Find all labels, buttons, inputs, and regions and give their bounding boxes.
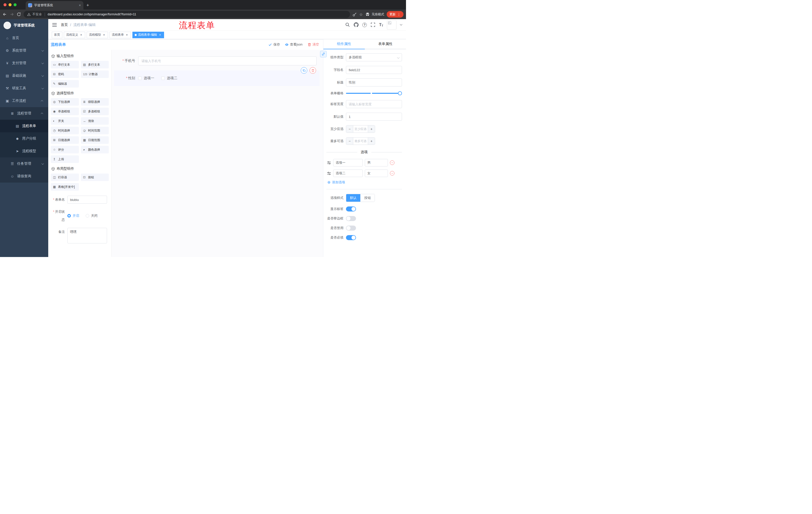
palette-item[interactable]: ✎编辑器 bbox=[51, 80, 79, 87]
add-option-button[interactable]: ⊕ 添加选项 bbox=[327, 180, 402, 185]
window-zoom-button[interactable] bbox=[13, 3, 17, 6]
tab-component-props[interactable]: 组件属性 bbox=[323, 39, 365, 49]
close-icon[interactable] bbox=[125, 33, 128, 37]
sidebar-item-leave-query[interactable]: ☺请假查询 bbox=[0, 170, 48, 183]
delete-field-button[interactable] bbox=[310, 67, 316, 74]
save-button[interactable]: 保存 bbox=[268, 42, 280, 47]
palette-item[interactable]: ◐开关 bbox=[51, 117, 79, 125]
decrease-button[interactable] bbox=[346, 126, 353, 133]
gender-option-2[interactable]: 选项二 bbox=[161, 76, 177, 80]
sidebar-item-payment-management[interactable]: ¥支付管理 bbox=[0, 57, 48, 70]
sidebar-item-dev-tools[interactable]: ⚒研发工具 bbox=[0, 82, 48, 94]
palette-item[interactable]: ⊡按钮 bbox=[81, 173, 109, 181]
view-json-button[interactable]: 查看json bbox=[285, 42, 302, 47]
user-avatar[interactable] bbox=[387, 20, 397, 30]
security-label[interactable]: 不安全 bbox=[32, 12, 42, 17]
form-grid-slider[interactable] bbox=[346, 93, 400, 94]
github-icon[interactable] bbox=[354, 22, 358, 27]
font-size-icon[interactable] bbox=[379, 23, 383, 27]
drag-handle-icon[interactable] bbox=[327, 171, 331, 175]
sidebar-item-process-form[interactable]: ▤流程表单 bbox=[0, 120, 48, 132]
bookmark-star-icon[interactable] bbox=[359, 12, 363, 17]
page-url[interactable]: dashboard.yudao.iocoder.cn/bpm/manager/f… bbox=[48, 12, 136, 16]
tab-process-definition[interactable]: 流程定义 bbox=[64, 32, 85, 38]
palette-item[interactable]: ◫行容器 bbox=[51, 173, 79, 181]
option-label-input[interactable] bbox=[333, 169, 363, 177]
close-icon[interactable] bbox=[158, 33, 162, 37]
sidebar-item-process-model[interactable]: ➤流程模型 bbox=[0, 145, 48, 157]
increase-button[interactable] bbox=[368, 126, 375, 133]
sidebar-item-user-group[interactable]: ☻用户分组 bbox=[0, 132, 48, 145]
min-select-input[interactable] bbox=[353, 126, 368, 133]
disabled-switch[interactable] bbox=[346, 225, 356, 231]
palette-item[interactable]: ▩表格[开发中] bbox=[51, 183, 79, 191]
palette-item[interactable]: ▭单行文本 bbox=[51, 61, 79, 69]
max-select-input[interactable] bbox=[353, 138, 368, 144]
new-tab-button[interactable]: + bbox=[86, 3, 89, 8]
close-icon[interactable] bbox=[79, 33, 83, 37]
palette-item[interactable]: ☆评分 bbox=[51, 146, 79, 154]
border-switch[interactable] bbox=[346, 216, 356, 221]
style-button-button[interactable]: 按钮 bbox=[360, 194, 375, 202]
palette-item[interactable]: ☑多选框组 bbox=[81, 108, 109, 115]
palette-item[interactable]: ↥上传 bbox=[51, 155, 79, 163]
password-key-icon[interactable] bbox=[352, 12, 357, 17]
status-off-radio[interactable]: 关闭 bbox=[86, 214, 97, 218]
palette-item[interactable]: ≣级联选择 bbox=[81, 98, 109, 106]
hamburger-menu-icon[interactable] bbox=[52, 23, 57, 27]
search-icon[interactable] bbox=[345, 22, 350, 27]
option-value-input[interactable] bbox=[365, 159, 388, 166]
title-input[interactable] bbox=[346, 78, 402, 86]
palette-item[interactable]: ◎下拉选择 bbox=[51, 98, 79, 106]
decrease-button[interactable] bbox=[346, 138, 353, 144]
form-canvas[interactable]: 手机号 性别 bbox=[112, 50, 323, 257]
palette-item[interactable]: ↔滑块 bbox=[81, 117, 109, 125]
forward-icon[interactable] bbox=[9, 12, 14, 17]
drag-handle-icon[interactable] bbox=[327, 161, 331, 165]
show-label-switch[interactable] bbox=[346, 207, 356, 212]
palette-item[interactable]: ⊞日期选择 bbox=[51, 136, 79, 144]
form-name-input[interactable] bbox=[67, 196, 107, 204]
component-type-select[interactable]: 多选框组 bbox=[346, 53, 402, 61]
palette-item[interactable]: ⊟密码 bbox=[51, 71, 79, 78]
tab-process-form-edit[interactable]: 流程表单-编辑 bbox=[133, 32, 164, 38]
sidebar-item-home[interactable]: ⌂首页 bbox=[0, 32, 48, 44]
browser-update-button[interactable]: 更新 bbox=[387, 11, 404, 18]
avatar-caret-icon[interactable] bbox=[400, 23, 403, 26]
canvas-field-gender[interactable]: 性别 选项一 选项二 bbox=[114, 71, 320, 86]
sidebar-item-process-management[interactable]: ≣流程管理 bbox=[0, 107, 48, 120]
sidebar-item-task-management[interactable]: ☰任务管理 bbox=[0, 157, 48, 170]
sidebar-item-workflow[interactable]: ▣工作流程 bbox=[0, 94, 48, 107]
browser-tab[interactable]: 芋道管理系统 bbox=[26, 1, 83, 9]
option-value-input[interactable] bbox=[365, 169, 388, 177]
label-width-input[interactable] bbox=[346, 100, 402, 108]
palette-item[interactable]: ◉单选框组 bbox=[51, 108, 79, 115]
field-name-input[interactable] bbox=[346, 66, 402, 74]
tab-home[interactable]: 首页 bbox=[52, 32, 62, 38]
palette-item[interactable]: ▦日期范围 bbox=[81, 136, 109, 144]
tab-process-model[interactable]: 流程模型 bbox=[87, 32, 108, 38]
palette-item[interactable]: ◷时间选择 bbox=[51, 127, 79, 134]
palette-item[interactable]: ◕颜色选择 bbox=[81, 146, 109, 154]
help-icon[interactable] bbox=[362, 23, 367, 27]
palette-item[interactable]: ◶时间范围 bbox=[81, 127, 109, 134]
checkbox-icon[interactable] bbox=[138, 77, 142, 80]
close-icon[interactable] bbox=[102, 33, 106, 37]
tab-close-icon[interactable] bbox=[79, 3, 81, 7]
slider-handle[interactable] bbox=[398, 91, 402, 95]
gender-option-1[interactable]: 选项一 bbox=[138, 76, 154, 80]
tab-form-props[interactable]: 表单属性 bbox=[365, 39, 406, 49]
browser-menu-icon[interactable] bbox=[397, 12, 401, 16]
checkbox-icon[interactable] bbox=[161, 77, 165, 80]
tab-process-form[interactable]: 流程表单 bbox=[110, 32, 131, 38]
fullscreen-icon[interactable] bbox=[371, 22, 375, 27]
sidebar-item-system-management[interactable]: ⚙系统管理 bbox=[0, 44, 48, 57]
option-label-input[interactable] bbox=[333, 159, 363, 166]
sidebar-item-infrastructure[interactable]: ▤基础设施 bbox=[0, 70, 48, 82]
status-on-radio[interactable]: 开启 bbox=[67, 214, 79, 218]
clear-button[interactable]: 清空 bbox=[308, 42, 319, 47]
remove-option-button[interactable] bbox=[390, 160, 395, 165]
address-bar[interactable]: 不安全 dashboard.yudao.iocoder.cn/bpm/manag… bbox=[24, 11, 350, 18]
default-value-input[interactable] bbox=[346, 113, 402, 121]
palette-item[interactable]: ▤多行文本 bbox=[81, 61, 109, 69]
